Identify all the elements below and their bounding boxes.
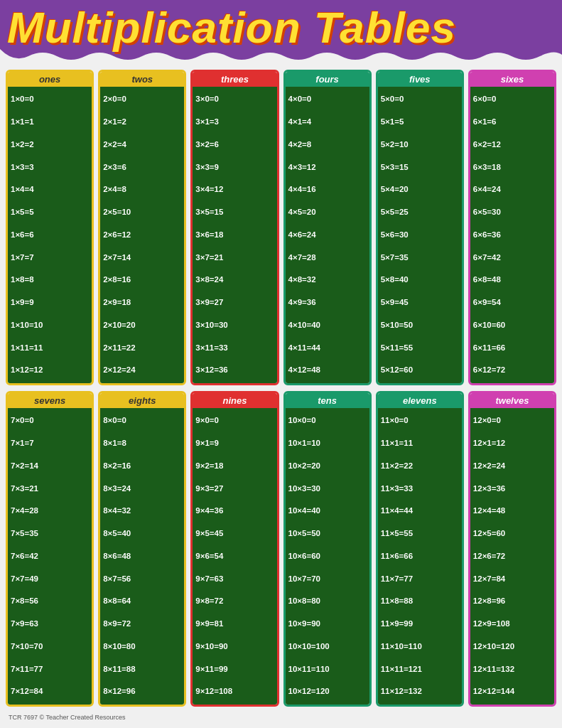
table-row: 5×8=40 — [381, 274, 459, 285]
table-row: 2×1=2 — [103, 117, 181, 127]
table-row: 10×11=110 — [288, 664, 367, 675]
table-row: 9×11=99 — [195, 664, 274, 675]
table-row: 1×0=0 — [11, 94, 89, 105]
table-card-threes: threes3×0=03×1=33×2=63×3=93×4=123×5=153×… — [190, 70, 279, 385]
table-row: 2×8=16 — [103, 274, 181, 285]
table-row: 7×9=63 — [11, 619, 89, 629]
table-row: 12×3=36 — [473, 483, 551, 494]
table-header-fours: fours — [286, 72, 369, 87]
table-row: 10×3=30 — [288, 483, 367, 494]
table-row: 7×6=42 — [11, 551, 89, 562]
table-row: 11×9=99 — [381, 619, 459, 629]
table-row: 10×1=10 — [288, 438, 367, 449]
footer-text: TCR 7697 © Teacher Created Resources — [6, 712, 556, 722]
table-row: 4×10=40 — [288, 320, 367, 331]
table-body-fours: 4×0=04×1=44×2=84×3=124×4=164×5=204×6=244… — [286, 87, 369, 383]
table-row: 7×1=7 — [11, 438, 89, 449]
table-row: 5×12=60 — [381, 365, 459, 375]
table-row: 5×4=20 — [381, 184, 459, 195]
table-row: 1×6=6 — [11, 230, 89, 240]
table-row: 12×9=108 — [473, 619, 551, 629]
table-body-nines: 9×0=09×1=99×2=189×3=279×4=369×5=459×6=54… — [193, 408, 276, 705]
table-card-fives: fives5×0=05×1=55×2=105×3=155×4=205×5=255… — [376, 70, 464, 385]
table-card-nines: nines9×0=09×1=99×2=189×3=279×4=369×5=459… — [190, 391, 279, 707]
table-row: 5×0=0 — [381, 94, 459, 105]
table-row: 12×10=120 — [473, 641, 551, 652]
table-row: 2×0=0 — [103, 94, 181, 105]
table-row: 12×1=12 — [473, 438, 551, 449]
table-header-twelves: twelves — [470, 393, 554, 408]
table-card-eights: eights8×0=08×1=88×2=168×3=248×4=328×5=40… — [98, 391, 186, 707]
table-row: 5×3=15 — [381, 162, 459, 173]
table-row: 6×9=54 — [473, 297, 551, 308]
table-header-threes: threes — [193, 72, 276, 87]
table-row: 9×0=0 — [195, 415, 274, 426]
table-row: 8×2=16 — [103, 461, 181, 471]
table-row: 8×10=80 — [103, 641, 181, 652]
table-row: 5×9=45 — [381, 297, 459, 308]
table-row: 8×9=72 — [103, 619, 181, 629]
table-row: 4×0=0 — [288, 94, 367, 105]
table-row: 5×1=5 — [381, 117, 459, 127]
table-row: 7×3=21 — [11, 483, 89, 494]
table-row: 8×11=88 — [103, 664, 181, 675]
table-row: 10×8=80 — [288, 596, 367, 606]
table-row: 12×8=96 — [473, 596, 551, 606]
table-row: 3×2=6 — [195, 139, 274, 150]
table-row: 6×6=36 — [473, 230, 551, 240]
table-row: 10×6=60 — [288, 551, 367, 562]
table-row: 3×6=18 — [195, 230, 274, 240]
table-row: 2×7=14 — [103, 252, 181, 263]
table-row: 8×0=0 — [103, 415, 181, 426]
table-row: 11×2=22 — [381, 461, 459, 471]
table-row: 6×10=60 — [473, 320, 551, 331]
table-row: 8×1=8 — [103, 438, 181, 449]
table-row: 5×2=10 — [381, 139, 459, 150]
table-row: 2×2=4 — [103, 139, 181, 150]
table-row: 5×10=50 — [381, 320, 459, 331]
table-row: 7×8=56 — [11, 596, 89, 606]
table-header-eights: eights — [100, 393, 184, 408]
table-row: 2×9=18 — [103, 297, 181, 308]
table-row: 10×0=0 — [288, 415, 367, 426]
table-row: 11×12=132 — [381, 686, 459, 697]
table-row: 12×11=132 — [473, 664, 551, 675]
table-row: 3×11=33 — [195, 343, 274, 353]
table-header-nines: nines — [193, 393, 276, 408]
table-row: 7×5=35 — [11, 528, 89, 539]
table-row: 9×8=72 — [195, 596, 274, 606]
table-card-tens: tens10×0=010×1=1010×2=2010×3=3010×4=4010… — [283, 391, 372, 707]
table-row: 3×10=30 — [195, 320, 274, 331]
table-row: 1×8=8 — [11, 274, 89, 285]
table-body-twelves: 12×0=012×1=1212×2=2412×3=3612×4=4812×5=6… — [470, 408, 554, 705]
table-card-sixes: sixes6×0=06×1=66×2=126×3=186×4=246×5=306… — [468, 70, 556, 385]
table-body-ones: 1×0=01×1=11×2=21×3=31×4=41×5=51×6=61×7=7… — [8, 87, 92, 383]
table-row: 9×9=81 — [195, 619, 274, 629]
table-body-elevens: 11×0=011×1=1111×2=2211×3=3311×4=4411×5=5… — [378, 408, 462, 705]
table-row: 12×0=0 — [473, 415, 551, 426]
table-row: 2×10=20 — [103, 320, 181, 331]
table-row: 10×10=100 — [288, 641, 367, 652]
page: Multiplication Tables ones1×0=01×1=11×2=… — [0, 0, 562, 728]
table-row: 6×0=0 — [473, 94, 551, 105]
table-row: 2×4=8 — [103, 184, 181, 195]
table-card-elevens: elevens11×0=011×1=1111×2=2211×3=3311×4=4… — [376, 391, 464, 707]
table-row: 4×8=32 — [288, 274, 367, 285]
table-body-eights: 8×0=08×1=88×2=168×3=248×4=328×5=408×6=48… — [100, 408, 184, 705]
table-body-fives: 5×0=05×1=55×2=105×3=155×4=205×5=255×6=30… — [378, 87, 462, 383]
table-row: 6×4=24 — [473, 184, 551, 195]
table-row: 3×7=21 — [195, 252, 274, 263]
table-row: 6×7=42 — [473, 252, 551, 263]
table-row: 4×4=16 — [288, 184, 367, 195]
table-row: 4×3=12 — [288, 162, 367, 173]
table-row: 10×7=70 — [288, 574, 367, 584]
page-title: Multiplication Tables — [7, 6, 555, 50]
table-row: 6×11=66 — [473, 343, 551, 353]
top-tables-row: ones1×0=01×1=11×2=21×3=31×4=41×5=51×6=61… — [6, 70, 556, 385]
table-row: 8×7=56 — [103, 574, 181, 584]
table-row: 3×5=15 — [195, 207, 274, 218]
table-row: 11×1=11 — [381, 438, 459, 449]
table-row: 4×1=4 — [288, 117, 367, 127]
table-header-elevens: elevens — [378, 393, 462, 408]
table-row: 5×11=55 — [381, 343, 459, 353]
